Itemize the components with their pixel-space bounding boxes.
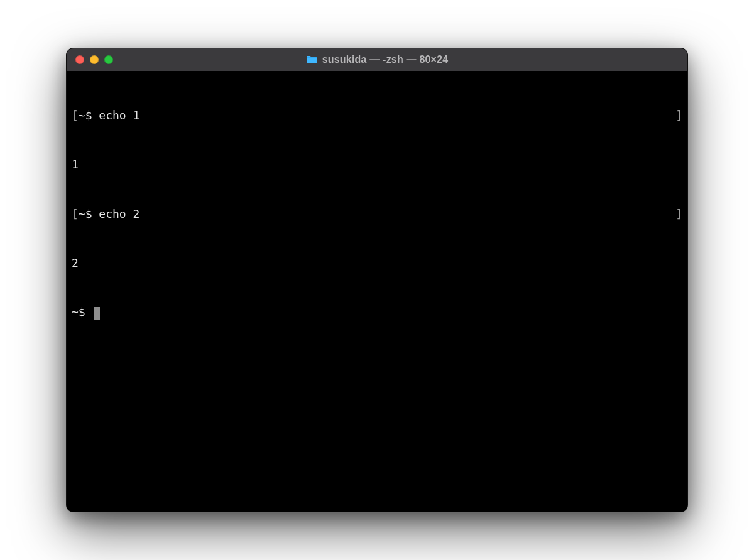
command-text: echo 1 xyxy=(99,109,139,122)
prompt-bracket-open: [ xyxy=(72,109,79,122)
prompt-text: ~$ xyxy=(79,109,99,122)
window-titlebar[interactable]: susukida — -zsh — 80×24 xyxy=(67,48,687,71)
svg-rect-0 xyxy=(307,57,317,58)
prompt-bracket-close: ] xyxy=(675,107,682,124)
terminal-window: susukida — -zsh — 80×24 [~$ echo 1 ] 1 [… xyxy=(66,48,688,512)
close-window-button[interactable] xyxy=(75,55,84,64)
folder-icon xyxy=(306,55,317,64)
terminal-output-line: 2 xyxy=(72,255,682,271)
terminal-line: [~$ echo 1 ] xyxy=(72,107,682,124)
terminal-active-line[interactable]: ~$ xyxy=(72,304,682,320)
maximize-window-button[interactable] xyxy=(104,55,113,64)
cursor-icon xyxy=(94,307,100,320)
prompt-bracket-close: ] xyxy=(675,206,682,222)
terminal-output-line: 1 xyxy=(72,156,682,173)
terminal-body[interactable]: [~$ echo 1 ] 1 [~$ echo 2 ] 2 ~$ xyxy=(67,71,687,512)
prompt-text: ~$ xyxy=(72,305,92,318)
terminal-line: [~$ echo 2 ] xyxy=(72,206,682,222)
prompt-bracket-open: [ xyxy=(72,207,79,220)
command-text: echo 2 xyxy=(99,207,139,220)
prompt-text: ~$ xyxy=(79,207,99,220)
window-title-wrap: susukida — -zsh — 80×24 xyxy=(67,54,687,65)
minimize-window-button[interactable] xyxy=(90,55,99,64)
traffic-lights xyxy=(75,55,113,64)
window-title: susukida — -zsh — 80×24 xyxy=(322,54,449,65)
